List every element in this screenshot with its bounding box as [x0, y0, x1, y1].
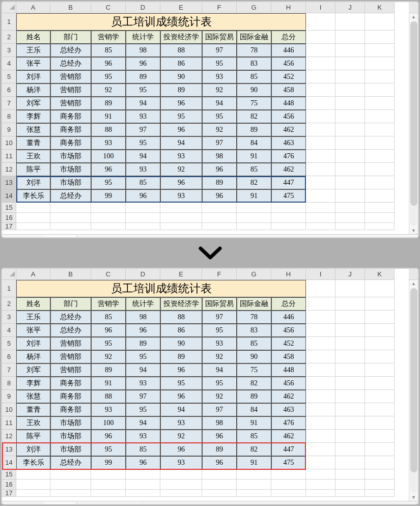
table-cell[interactable]: 94 [126, 363, 160, 377]
table-cell[interactable]: 95 [126, 350, 160, 363]
table-cell[interactable]: 97 [202, 403, 237, 416]
row-header-5[interactable]: 5 [2, 70, 16, 83]
table-cell[interactable]: 93 [126, 110, 160, 123]
table-cell[interactable]: 陈平 [16, 430, 50, 443]
table-cell[interactable]: 市场部 [50, 430, 91, 443]
scroll-right-icon[interactable]: ▶ [411, 505, 418, 505]
column-header-E[interactable]: E [160, 2, 202, 13]
table-cell[interactable]: 营销部 [50, 70, 91, 83]
table-cell[interactable]: 85 [126, 176, 160, 189]
row-header-12[interactable]: 12 [2, 163, 16, 176]
table-cell[interactable]: 456 [271, 57, 306, 70]
table-cell[interactable]: 85 [237, 430, 271, 443]
table-cell[interactable]: 463 [271, 136, 306, 150]
table-cell[interactable]: 78 [237, 311, 271, 324]
add-sheet-button[interactable]: + [143, 504, 153, 505]
table-cell[interactable]: 85 [237, 70, 271, 83]
horizontal-scrollbar[interactable]: ◀ ▶ [256, 238, 415, 239]
table-cell[interactable]: 总经办 [50, 324, 91, 337]
table-cell[interactable]: 78 [237, 44, 271, 57]
table-cell[interactable]: 84 [237, 136, 271, 150]
table-cell[interactable]: 95 [91, 337, 126, 350]
table-cell[interactable]: 75 [237, 97, 271, 110]
table-cell[interactable]: 458 [271, 350, 306, 363]
grid-cells[interactable]: 员工培训成绩统计表姓名部门营销学统计学投资经济学国际贸易国际金融总分王乐总经办8… [16, 280, 409, 501]
row-header-3[interactable]: 3 [2, 44, 16, 57]
scroll-down-icon[interactable]: ▼ [409, 227, 418, 234]
column-header-G[interactable]: G [237, 2, 271, 13]
table-cell[interactable]: 462 [271, 430, 306, 443]
table-cell[interactable]: 95 [202, 57, 237, 70]
table-cell[interactable]: 98 [126, 44, 160, 57]
column-header-E[interactable]: E [160, 269, 202, 280]
table-cell[interactable]: 85 [237, 163, 271, 176]
table-cell[interactable]: 张慧 [16, 123, 50, 136]
row-header-14[interactable]: 14 [2, 189, 16, 203]
table-cell[interactable]: 96 [160, 443, 202, 456]
table-cell[interactable]: 张平 [16, 57, 50, 70]
table-cell[interactable]: 总经办 [50, 311, 91, 324]
column-header-J[interactable]: J [335, 269, 365, 280]
table-cell[interactable]: 89 [91, 363, 126, 377]
table-cell[interactable]: 448 [271, 363, 306, 377]
table-cell[interactable]: 475 [271, 189, 306, 203]
table-cell[interactable]: 98 [126, 311, 160, 324]
table-cell[interactable]: 刘洋 [16, 443, 50, 456]
scroll-left-icon[interactable]: ◀ [281, 505, 288, 505]
row-header-16[interactable]: 16 [2, 480, 16, 490]
table-cell[interactable]: 93 [91, 403, 126, 416]
table-cell[interactable]: 92 [160, 430, 202, 443]
column-header-H[interactable]: H [271, 269, 306, 280]
table-cell[interactable]: 95 [126, 403, 160, 416]
column-header-H[interactable]: H [271, 2, 306, 13]
column-header-C[interactable]: C [91, 2, 126, 13]
table-cell[interactable]: 91 [237, 189, 271, 203]
table-cell[interactable]: 92 [91, 350, 126, 363]
row-header-17[interactable]: 17 [2, 490, 16, 497]
row-header-7[interactable]: 7 [2, 363, 16, 377]
table-cell[interactable]: 92 [202, 350, 237, 363]
table-cell[interactable]: 89 [160, 350, 202, 363]
table-cell[interactable]: 市场部 [50, 150, 91, 163]
select-all-corner[interactable] [2, 269, 16, 280]
table-cell[interactable]: 刘军 [16, 363, 50, 377]
row-header-9[interactable]: 9 [2, 390, 16, 403]
column-header-C[interactable]: C [91, 269, 126, 280]
table-cell[interactable]: 王乐 [16, 44, 50, 57]
row-header-12[interactable]: 12 [2, 430, 16, 443]
row-header-11[interactable]: 11 [2, 416, 16, 430]
row-header-1[interactable]: 1 [2, 13, 16, 31]
vertical-scrollbar[interactable]: ▲ ▼ [409, 13, 418, 234]
table-cell[interactable]: 452 [271, 70, 306, 83]
table-cell[interactable]: 85 [91, 311, 126, 324]
table-cell[interactable]: 商务部 [50, 403, 91, 416]
table-cell[interactable]: 463 [271, 403, 306, 416]
table-cell[interactable]: 营销部 [50, 363, 91, 377]
table-cell[interactable]: 100 [91, 416, 126, 430]
table-cell[interactable]: 86 [160, 57, 202, 70]
scroll-down-icon[interactable]: ▼ [409, 494, 418, 501]
scroll-thumb-v[interactable] [410, 21, 417, 206]
scroll-up-icon[interactable]: ▲ [409, 13, 418, 20]
table-cell[interactable]: 98 [202, 416, 237, 430]
table-cell[interactable]: 97 [126, 390, 160, 403]
table-cell[interactable]: 刘洋 [16, 176, 50, 189]
table-cell[interactable]: 452 [271, 337, 306, 350]
table-cell[interactable]: 83 [237, 57, 271, 70]
table-cell[interactable]: 98 [202, 150, 237, 163]
table-cell[interactable]: 91 [237, 456, 271, 469]
table-cell[interactable]: 商务部 [50, 123, 91, 136]
sheet-tab-sheet1[interactable]: Sheet1 [45, 236, 77, 238]
tab-nav-last-icon[interactable]: ▶| [26, 237, 35, 239]
table-cell[interactable]: 97 [202, 136, 237, 150]
table-cell[interactable]: 王欢 [16, 416, 50, 430]
table-cell[interactable]: 95 [202, 324, 237, 337]
row-header-1[interactable]: 1 [2, 280, 16, 297]
table-cell[interactable]: 96 [126, 57, 160, 70]
vertical-scrollbar[interactable]: ▲ ▼ [409, 280, 418, 501]
table-cell[interactable]: 93 [160, 456, 202, 469]
table-cell[interactable]: 杨洋 [16, 350, 50, 363]
table-cell[interactable]: 96 [160, 176, 202, 189]
table-cell[interactable]: 100 [91, 150, 126, 163]
table-cell[interactable]: 96 [91, 324, 126, 337]
